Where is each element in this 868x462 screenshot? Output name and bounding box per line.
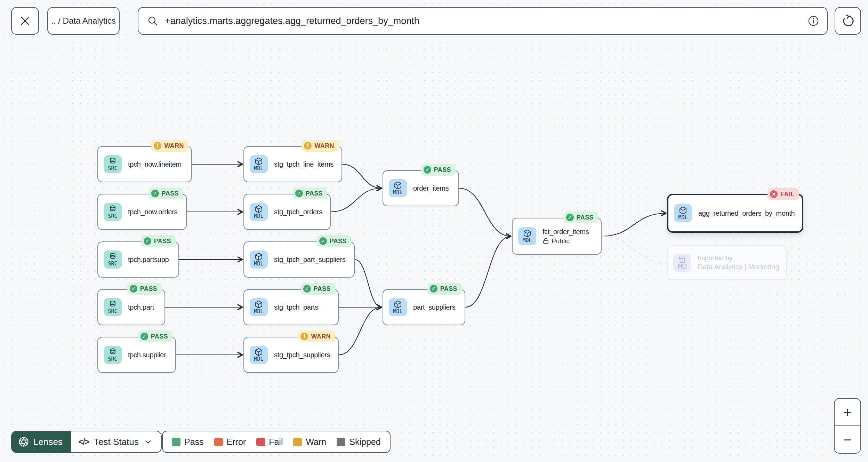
- search-bar: [138, 7, 828, 35]
- node-text: tpch_now.lineitem: [128, 160, 182, 168]
- model-icon: [255, 157, 263, 166]
- graph-node-part_suppliers[interactable]: ✓PASSMDLpart_suppliers: [383, 289, 465, 325]
- node-type-label: MDL: [254, 213, 263, 219]
- graph-edge: [465, 236, 511, 307]
- info-icon[interactable]: [807, 15, 819, 27]
- status-badge-pass: ✓PASS: [427, 283, 462, 295]
- node-text: agg_returned_orders_by_month: [698, 209, 795, 217]
- node-access-label: Public: [542, 237, 589, 245]
- node-type-badge-src: SRC: [104, 346, 122, 364]
- status-badge-pass: ✓PASS: [564, 212, 598, 223]
- node-type-badge-src: SRC: [104, 155, 122, 173]
- node-type-label: SRC: [108, 356, 117, 362]
- lenses-toolbar: Lenses </> Test Status: [11, 431, 162, 453]
- status-pass-icon: ✓: [566, 214, 574, 221]
- status-badge-warn: !WARN: [151, 140, 188, 152]
- lenses-button[interactable]: Lenses: [11, 431, 71, 453]
- legend-item-pass: Pass: [172, 437, 204, 447]
- legend-swatch-fail: [256, 438, 265, 446]
- legend-item-warn: Warn: [293, 437, 326, 447]
- status-label: FAIL: [780, 191, 795, 198]
- graph-node-fct_order_items[interactable]: ✓PASSMDLfct_order_itemsPublic: [512, 218, 602, 255]
- legend-label: Skipped: [349, 437, 380, 447]
- node-type-badge-src: SRC: [104, 298, 122, 316]
- node-text: stg_tpch_orders: [274, 208, 322, 216]
- node-type-badge-src: SRC: [104, 250, 122, 269]
- node-type-label: MDL: [393, 309, 402, 314]
- legend-swatch-error: [214, 438, 223, 446]
- zoom-in-button[interactable]: +: [835, 399, 860, 425]
- node-text: stg_tpch_suppliers: [274, 351, 330, 359]
- graph-node-tpch_now_orders[interactable]: ✓PASSSRCtpch_now.orders: [97, 194, 187, 230]
- node-type-label: SRC: [108, 166, 117, 172]
- status-warn-icon: !: [300, 333, 308, 340]
- node-type-label: MDL: [393, 190, 402, 196]
- graph-node-imported_by_marketing[interactable]: PRJImported byData Analytics | Marketing: [667, 245, 787, 280]
- graph-node-stg_tpch_part_suppliers[interactable]: ✓PASSMDLstg_tpch_part_suppliers: [243, 241, 355, 278]
- breadcrumb[interactable]: .. / Data Analytics: [47, 7, 120, 35]
- breadcrumb-label: .. / Data Analytics: [51, 16, 115, 26]
- search-input[interactable]: [165, 16, 801, 26]
- close-button[interactable]: [11, 7, 39, 35]
- status-badge-pass: ✓PASS: [127, 283, 162, 295]
- status-badge-pass: ✓PASS: [141, 235, 176, 247]
- model-icon: [255, 348, 263, 356]
- status-label: PASS: [440, 285, 457, 293]
- status-badge-pass: ✓PASS: [301, 283, 335, 295]
- database-icon: [108, 157, 117, 166]
- status-badge-pass: ✓PASS: [138, 330, 172, 342]
- node-text: stg_tpch_parts: [274, 303, 318, 311]
- graph-node-tpch_now_lineitem[interactable]: !WARNSRCtpch_now.lineitem: [97, 146, 192, 182]
- node-text: Imported byData Analytics | Marketing: [698, 254, 779, 271]
- node-label: order_items: [413, 184, 449, 192]
- node-type-label: MDL: [254, 166, 263, 172]
- refresh-button[interactable]: [835, 7, 861, 35]
- code-icon: </>: [79, 437, 89, 447]
- graph-node-stg_tpch_suppliers[interactable]: !WARNMDLstg_tpch_suppliers: [243, 337, 339, 373]
- node-text: stg_tpch_line_items: [274, 160, 333, 168]
- status-badge-pass: ✓PASS: [317, 235, 351, 247]
- lens-selector-label: Test Status: [94, 437, 139, 447]
- model-icon: [394, 181, 402, 190]
- legend-swatch-pass: [172, 438, 180, 446]
- node-text: tpch_now.orders: [128, 208, 177, 216]
- node-type-badge-mdl: MDL: [389, 179, 407, 197]
- status-badge-warn: !WARN: [298, 330, 335, 342]
- status-label: PASS: [151, 333, 168, 340]
- status-label: PASS: [434, 166, 451, 174]
- node-label: Data Analytics | Marketing: [698, 263, 779, 271]
- node-text: part_suppliers: [413, 303, 455, 311]
- node-type-badge-mdl: MDL: [518, 227, 536, 245]
- node-text: order_items: [413, 184, 449, 192]
- lens-selector[interactable]: </> Test Status: [71, 431, 162, 453]
- database-icon: [108, 253, 117, 261]
- status-pass-icon: ✓: [430, 285, 437, 293]
- model-icon: [255, 300, 263, 309]
- node-type-label: SRC: [108, 213, 117, 219]
- graph-node-stg_tpch_parts[interactable]: ✓PASSMDLstg_tpch_parts: [243, 289, 339, 325]
- graph-node-stg_tpch_line_items[interactable]: !WARNMDLstg_tpch_line_items: [243, 146, 342, 182]
- node-type-badge-prj: PRJ: [673, 254, 691, 272]
- chevron-down-icon: [144, 437, 153, 446]
- status-label: WARN: [314, 142, 334, 150]
- node-type-label: SRC: [108, 309, 117, 314]
- legend-item-error: Error: [214, 437, 246, 447]
- node-label: part_suppliers: [413, 303, 455, 311]
- graph-node-agg_returned_orders_by_month[interactable]: ×FAILMDLagg_returned_orders_by_month: [667, 194, 803, 233]
- node-type-badge-mdl: MDL: [674, 204, 692, 222]
- graph-node-stg_tpch_orders[interactable]: ✓PASSMDLstg_tpch_orders: [243, 194, 331, 230]
- node-overtitle: Imported by: [698, 254, 779, 262]
- node-label: tpch_now.orders: [128, 208, 177, 216]
- node-label: stg_tpch_orders: [274, 208, 322, 216]
- close-icon: [19, 15, 31, 27]
- graph-node-tpch_part[interactable]: ✓PASSSRCtpch.part: [97, 289, 165, 325]
- graph-node-tpch_supplier[interactable]: ✓PASSSRCtpch.supplier: [97, 337, 176, 373]
- graph-node-order_items[interactable]: ✓PASSMDLorder_items: [383, 170, 459, 206]
- graph-node-tpch_partsupp[interactable]: ✓PASSSRCtpch.partsupp: [97, 241, 179, 278]
- node-type-badge-mdl: MDL: [250, 203, 268, 221]
- test-status-legend: PassErrorFailWarnSkipped: [162, 431, 391, 453]
- zoom-out-button[interactable]: −: [835, 425, 860, 453]
- status-label: PASS: [314, 285, 331, 293]
- status-pass-icon: ✓: [424, 166, 431, 174]
- node-text: tpch.supplier: [128, 351, 166, 359]
